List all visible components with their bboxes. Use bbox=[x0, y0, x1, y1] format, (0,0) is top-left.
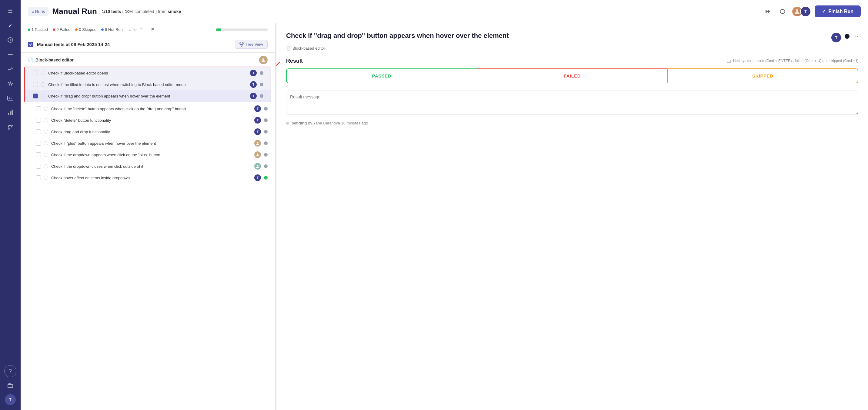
skipped-button[interactable]: SKIPPED bbox=[667, 68, 858, 83]
test-item[interactable]: Check if "plus" button appears when hove… bbox=[21, 137, 275, 149]
test-2-checkbox[interactable] bbox=[33, 82, 38, 87]
test-2-status bbox=[260, 83, 264, 86]
test-2-radio[interactable] bbox=[41, 82, 45, 87]
test-5-checkbox[interactable] bbox=[36, 118, 41, 123]
test-list: 📄 Block-based editor Check if Block-base… bbox=[21, 53, 275, 410]
folder-icon[interactable] bbox=[4, 380, 17, 392]
svg-rect-19 bbox=[240, 43, 241, 44]
test-3-status bbox=[260, 94, 264, 98]
branch-icon[interactable] bbox=[4, 121, 17, 133]
result-section: Result Hotkeys for passed (Cmd + ENTER) … bbox=[286, 58, 858, 83]
pending-dot bbox=[286, 122, 289, 125]
test-8-name: Check if the dropdown appears when click… bbox=[51, 152, 251, 157]
svg-point-26 bbox=[262, 59, 264, 60]
test-item[interactable]: Check if the "delete" button appears whe… bbox=[21, 103, 275, 114]
breadcrumb: 📄 Block-based editor bbox=[286, 46, 858, 50]
test-4-radio[interactable] bbox=[44, 107, 48, 111]
section-avatar bbox=[259, 56, 268, 64]
chevron-down-icon[interactable]: ⌄ bbox=[128, 27, 131, 32]
user-avatar-bottom[interactable]: T bbox=[5, 394, 16, 405]
svg-point-27 bbox=[257, 142, 258, 143]
test-item[interactable]: Check if "drag and drop" button appears … bbox=[25, 90, 271, 102]
test-item[interactable]: Check "delete" button functionality T bbox=[21, 114, 275, 126]
test-item[interactable]: Check if Block-based editor opens T bbox=[25, 67, 271, 79]
passed-dot bbox=[28, 29, 30, 31]
refresh-button[interactable] bbox=[777, 6, 788, 17]
test-item[interactable]: Check if the dropdown closes when click … bbox=[21, 161, 275, 172]
back-to-runs-button[interactable]: « Runs bbox=[28, 7, 49, 16]
test-10-name: Check hover effect on items inside dropd… bbox=[51, 176, 251, 180]
svg-marker-17 bbox=[768, 10, 770, 13]
test-6-checkbox[interactable] bbox=[36, 129, 41, 134]
dashboard-icon[interactable] bbox=[4, 34, 17, 46]
test-9-name: Check if the dropdown closes when click … bbox=[51, 164, 251, 169]
detail-title: Check if "drag and drop" button appears … bbox=[286, 32, 828, 40]
chevron-up-icon[interactable]: ⌃ bbox=[140, 27, 143, 32]
svg-rect-9 bbox=[11, 110, 13, 115]
list-icon[interactable] bbox=[4, 48, 17, 61]
filter-bar: 1 Passed 0 Failed 0 Skipped 9 Not Run ⌄ … bbox=[21, 23, 275, 36]
test-8-radio[interactable] bbox=[44, 152, 48, 157]
svg-point-18 bbox=[796, 9, 798, 12]
finish-run-button[interactable]: ✓ Finish Run bbox=[815, 5, 861, 17]
result-header: Result Hotkeys for passed (Cmd + ENTER) … bbox=[286, 58, 858, 64]
svg-rect-3 bbox=[8, 54, 13, 55]
test-10-badge: T bbox=[254, 174, 261, 181]
test-5-radio[interactable] bbox=[44, 118, 48, 122]
svg-point-12 bbox=[11, 125, 12, 126]
fast-forward-button[interactable] bbox=[763, 6, 773, 17]
left-panel: 1 Passed 0 Failed 0 Skipped 9 Not Run ⌄ … bbox=[21, 23, 275, 410]
passed-status: 1 Passed bbox=[28, 27, 48, 32]
svg-point-10 bbox=[8, 125, 9, 126]
suite-checkbox[interactable] bbox=[28, 42, 33, 47]
test-9-radio[interactable] bbox=[44, 164, 48, 168]
test-1-status bbox=[260, 71, 264, 75]
test-6-radio[interactable] bbox=[44, 130, 48, 134]
test-7-checkbox[interactable] bbox=[36, 141, 41, 146]
test-6-status bbox=[264, 130, 268, 134]
result-message-input[interactable] bbox=[286, 91, 858, 115]
header-meta: 1/10 tests ( 10% completed ) from smoke bbox=[102, 9, 181, 14]
passed-button[interactable]: PASSED bbox=[286, 68, 477, 83]
circle-icon[interactable]: ○ bbox=[134, 27, 137, 32]
svg-point-28 bbox=[257, 153, 258, 155]
failed-button[interactable]: FAILED bbox=[477, 68, 668, 83]
test-4-checkbox[interactable] bbox=[36, 106, 41, 111]
test-10-checkbox[interactable] bbox=[36, 175, 41, 180]
test-7-radio[interactable] bbox=[44, 141, 48, 145]
test-item[interactable]: Check hover effect on items inside dropd… bbox=[21, 172, 275, 183]
test-7-badge bbox=[254, 140, 261, 146]
test-item[interactable]: Check if the dropdown appears when click… bbox=[21, 149, 275, 161]
test-3-radio[interactable] bbox=[41, 94, 45, 98]
detail-dot bbox=[845, 34, 849, 39]
test-3-checkbox[interactable] bbox=[33, 94, 38, 98]
test-4-name: Check if the "delete" button appears whe… bbox=[51, 107, 251, 111]
file-icon: 📄 bbox=[28, 58, 33, 62]
steps-icon[interactable] bbox=[4, 63, 17, 75]
bar-chart-icon[interactable] bbox=[4, 107, 17, 119]
test-1-radio[interactable] bbox=[41, 71, 45, 75]
test-9-status bbox=[264, 164, 268, 168]
test-6-badge: T bbox=[254, 128, 261, 135]
question-icon[interactable]: ? bbox=[4, 365, 17, 377]
test-9-checkbox[interactable] bbox=[36, 164, 41, 169]
check-icon[interactable]: ✓ bbox=[4, 20, 17, 32]
sidebar: ☰ ✓ ? T bbox=[0, 0, 21, 410]
test-8-checkbox[interactable] bbox=[36, 152, 41, 157]
main-content: « Runs Manual Run 1/10 tests ( 10% compl… bbox=[21, 0, 868, 410]
flag-icon[interactable]: ⚑ bbox=[151, 27, 155, 32]
pending-text: pending by Yana Baranova 16 minutes ago bbox=[291, 121, 368, 125]
user-avatar-t: T bbox=[800, 6, 811, 17]
tree-view-button[interactable]: Tree View bbox=[235, 40, 268, 49]
section-block-based-editor: 📄 Block-based editor bbox=[21, 53, 275, 66]
test-8-badge bbox=[254, 151, 261, 158]
waveform-icon[interactable] bbox=[4, 77, 17, 90]
arrow-up-icon[interactable]: ↑ bbox=[146, 27, 148, 32]
test-1-checkbox[interactable] bbox=[33, 71, 38, 75]
hamburger-icon[interactable]: ☰ bbox=[4, 5, 17, 17]
terminal-icon[interactable] bbox=[4, 92, 17, 104]
test-10-radio[interactable] bbox=[44, 176, 48, 180]
test-item[interactable]: Check if the filled in data is not lost … bbox=[25, 79, 271, 90]
test-item[interactable]: Check drag and drop functionality T bbox=[21, 126, 275, 137]
more-options-button[interactable]: ··· bbox=[853, 33, 858, 40]
